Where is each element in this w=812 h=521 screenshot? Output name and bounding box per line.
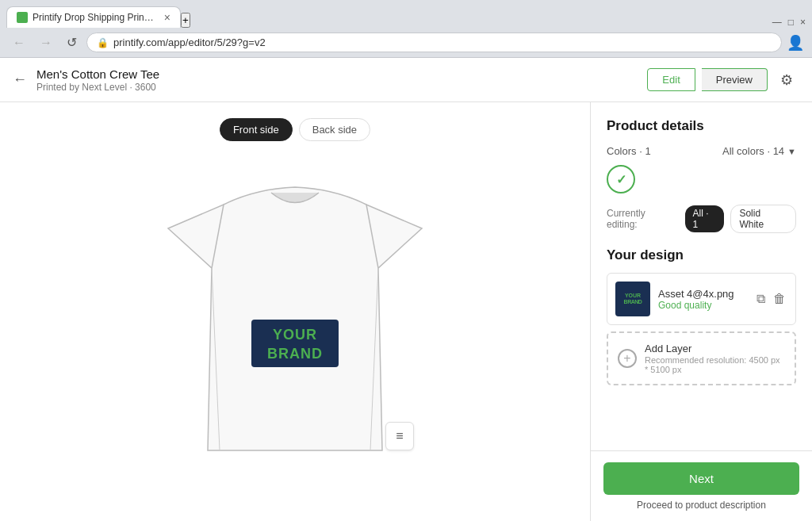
main-content: Front side Back side bbox=[0, 102, 812, 521]
colors-count: Colors · 1 bbox=[607, 145, 651, 157]
thumb-brand: BRAND bbox=[624, 299, 642, 305]
your-design-title: Your design bbox=[607, 247, 796, 263]
header-actions: Edit Preview ⚙ bbox=[647, 68, 799, 92]
refresh-button[interactable]: ↺ bbox=[62, 33, 82, 52]
chevron-down-icon: ▼ bbox=[787, 147, 796, 156]
svg-text:YOUR: YOUR bbox=[273, 327, 317, 343]
profile-button[interactable]: 👤 bbox=[787, 34, 804, 52]
design-info: Asset 4@4x.png Good quality bbox=[658, 288, 747, 311]
add-layer-info: Add Layer Recommended resolution: 4500 p… bbox=[645, 343, 785, 374]
svg-text:BRAND: BRAND bbox=[267, 346, 323, 362]
left-panel: Front side Back side bbox=[0, 102, 590, 521]
nav-bar: ← → ↺ 🔒 printify.com/app/editor/5/29?g=v… bbox=[0, 28, 812, 57]
settings-button[interactable]: ⚙ bbox=[774, 68, 799, 92]
add-layer-label: Add Layer bbox=[645, 343, 785, 354]
window-maximize[interactable]: □ bbox=[788, 17, 794, 28]
tshirt-svg: YOUR BRAND bbox=[160, 165, 430, 466]
add-layer-sub: Recommended resolution: 4500 px * 5100 p… bbox=[645, 355, 785, 374]
next-button[interactable]: Next bbox=[603, 462, 799, 495]
product-name: Men's Cotton Crew Tee bbox=[36, 67, 647, 81]
copy-design-button[interactable]: ⧉ bbox=[755, 290, 767, 308]
tab-title: Printify Drop Shipping Print on D bbox=[33, 12, 156, 23]
tab-favicon bbox=[17, 12, 28, 23]
proceed-text: Proceed to product description bbox=[603, 500, 799, 511]
all-colors-dropdown[interactable]: All colors · 14 ▼ bbox=[722, 145, 796, 157]
window-minimize[interactable]: — bbox=[772, 17, 782, 28]
design-thumb-text: YOUR BRAND bbox=[624, 293, 642, 305]
side-toggle: Front side Back side bbox=[220, 118, 370, 141]
check-icon: ✓ bbox=[616, 172, 626, 187]
tab-bar: Printify Drop Shipping Print on D × + — … bbox=[0, 0, 812, 28]
front-side-button[interactable]: Front side bbox=[220, 118, 293, 141]
add-layer-button[interactable]: + Add Layer Recommended resolution: 4500… bbox=[607, 331, 796, 385]
right-panel-footer: Next Proceed to product description bbox=[591, 450, 812, 521]
back-side-button[interactable]: Back side bbox=[299, 118, 370, 141]
product-details-title: Product details bbox=[607, 118, 796, 134]
add-icon: + bbox=[618, 349, 637, 368]
all-colors-label: All colors · 14 bbox=[722, 145, 784, 157]
product-subtitle: Printed by Next Level · 3600 bbox=[36, 82, 647, 93]
design-item: YOUR BRAND Asset 4@4x.png Good quality ⧉… bbox=[607, 273, 796, 325]
color-swatches: ✓ bbox=[607, 165, 796, 193]
chat-icon[interactable]: ≡ bbox=[385, 422, 414, 450]
address-bar[interactable]: 🔒 printify.com/app/editor/5/29?g=v2 bbox=[86, 33, 782, 52]
colors-header: Colors · 1 All colors · 14 ▼ bbox=[607, 145, 796, 157]
delete-design-button[interactable]: 🗑 bbox=[772, 290, 787, 308]
thumb-your: YOUR bbox=[624, 293, 642, 299]
tab-close-button[interactable]: × bbox=[164, 12, 170, 23]
preview-button[interactable]: Preview bbox=[702, 68, 768, 91]
design-thumbnail: YOUR BRAND bbox=[615, 282, 650, 316]
lock-icon: 🔒 bbox=[97, 37, 109, 48]
right-panel-scroll: Product details Colors · 1 All colors · … bbox=[591, 102, 812, 450]
forward-button[interactable]: → bbox=[35, 34, 57, 52]
design-quality: Good quality bbox=[658, 300, 747, 311]
address-text: printify.com/app/editor/5/29?g=v2 bbox=[113, 36, 772, 48]
tshirt-preview: YOUR BRAND ≡ bbox=[160, 165, 430, 466]
active-tab[interactable]: Printify Drop Shipping Print on D × bbox=[6, 6, 181, 28]
window-close[interactable]: × bbox=[800, 17, 806, 28]
app-container: ← Men's Cotton Crew Tee Printed by Next … bbox=[0, 58, 812, 521]
currently-editing: Currently editing: All · 1 Solid White bbox=[607, 205, 796, 233]
all-badge[interactable]: All · 1 bbox=[685, 205, 725, 232]
product-info: Men's Cotton Crew Tee Printed by Next Le… bbox=[36, 67, 647, 93]
white-swatch[interactable]: ✓ bbox=[607, 165, 635, 193]
app-header: ← Men's Cotton Crew Tee Printed by Next … bbox=[0, 58, 812, 102]
browser-chrome: Printify Drop Shipping Print on D × + — … bbox=[0, 0, 812, 58]
edit-button[interactable]: Edit bbox=[647, 68, 695, 91]
design-filename: Asset 4@4x.png bbox=[658, 288, 747, 300]
design-actions: ⧉ 🗑 bbox=[755, 290, 787, 308]
new-tab-button[interactable]: + bbox=[181, 13, 190, 28]
currently-editing-label: Currently editing: bbox=[607, 208, 679, 230]
white-badge[interactable]: Solid White bbox=[730, 205, 796, 233]
back-nav-button[interactable]: ← bbox=[13, 71, 27, 88]
right-panel: Product details Colors · 1 All colors · … bbox=[590, 102, 812, 521]
back-button[interactable]: ← bbox=[8, 34, 30, 52]
